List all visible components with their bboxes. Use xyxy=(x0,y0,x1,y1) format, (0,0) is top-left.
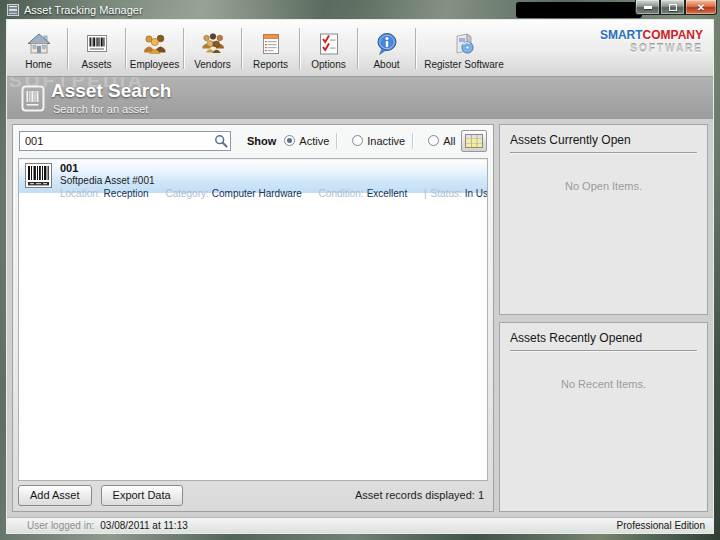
software-box-icon xyxy=(451,31,477,57)
condition-label: Condition: xyxy=(319,188,364,199)
asset-search-barcode-icon xyxy=(21,85,45,112)
table-view-button[interactable] xyxy=(461,130,487,152)
toolbar-separator xyxy=(299,28,300,69)
smartcompany-logo: SMARTCOMPANY SOFTWARE xyxy=(600,29,703,55)
toolbar-separator xyxy=(241,28,242,69)
search-results-list: 001 Softpedia Asset #001 Location:Recept… xyxy=(18,158,488,481)
records-count: Asset records displayed: 1 xyxy=(355,489,488,501)
category-label: Category: xyxy=(165,188,208,199)
minimize-icon xyxy=(644,6,652,9)
panel-title: Assets Recently Opened xyxy=(510,331,697,351)
toolbar-separator xyxy=(183,28,184,69)
toolbar-separator xyxy=(415,28,416,69)
actions-row: Add Asset Export Data Asset records disp… xyxy=(18,483,488,507)
empty-message: No Open Items. xyxy=(510,180,697,192)
search-icon[interactable] xyxy=(214,134,228,148)
assets-recently-opened-panel: Assets Recently Opened No Recent Items. xyxy=(499,322,708,513)
export-data-button[interactable]: Export Data xyxy=(101,485,183,506)
people-icon xyxy=(142,31,168,57)
logo-smart-text: SMART xyxy=(600,28,643,42)
logo-company-text: COMPANY xyxy=(643,28,703,42)
app-icon xyxy=(7,4,19,16)
search-row: Show Active Inactive All xyxy=(13,125,493,156)
edition-label: Professional Edition xyxy=(617,520,705,531)
add-asset-button[interactable]: Add Asset xyxy=(18,485,92,506)
toolbar-item-about[interactable]: About xyxy=(359,23,414,74)
status-label: Status: xyxy=(431,188,462,199)
toolbar-label: Vendors xyxy=(194,59,231,70)
search-panel: Show Active Inactive All xyxy=(12,124,494,512)
radio-all[interactable]: All xyxy=(428,135,455,147)
checklist-icon xyxy=(316,31,342,57)
toolbar-item-home[interactable]: Home xyxy=(11,23,66,74)
home-icon xyxy=(26,31,52,57)
status-bar: User logged in: 03/08/2011 at 11:13 Prof… xyxy=(7,517,713,533)
asset-name: Softpedia Asset #001 xyxy=(60,175,488,186)
toolbar-label: Options xyxy=(311,59,345,70)
search-input[interactable] xyxy=(19,131,231,151)
asset-details: Location:Reception Category:Computer Har… xyxy=(60,188,488,199)
result-row-selected[interactable]: 001 Softpedia Asset #001 Location:Recept… xyxy=(19,159,487,193)
radio-separator xyxy=(412,133,413,149)
toolbar-separator xyxy=(357,28,358,69)
page-header: SOFTPEDIA Asset Search Search for an ass… xyxy=(7,77,713,119)
location-label: Location: xyxy=(60,188,101,199)
people-group-icon xyxy=(200,31,226,57)
logged-in-label: User logged in: xyxy=(27,520,94,531)
toolbar-label: Home xyxy=(25,59,52,70)
toolbar-item-register-software[interactable]: Register Software xyxy=(417,23,511,74)
report-document-icon xyxy=(258,31,284,57)
window-frame: Home Assets xyxy=(7,20,713,533)
redacted-block xyxy=(516,2,642,18)
radio-button-all[interactable] xyxy=(428,135,439,146)
toolbar-item-options[interactable]: Options xyxy=(301,23,356,74)
radio-active[interactable]: Active xyxy=(284,135,329,147)
minimize-button[interactable] xyxy=(635,0,660,15)
asset-id: 001 xyxy=(60,163,488,174)
condition-value: Excellent xyxy=(367,188,408,199)
toolbar-item-employees[interactable]: Employees xyxy=(127,23,182,74)
empty-message: No Recent Items. xyxy=(510,378,697,390)
assets-currently-open-panel: Assets Currently Open No Open Items. xyxy=(499,124,708,315)
radio-label: Inactive xyxy=(367,135,405,147)
logo-software-text: SOFTWARE xyxy=(600,42,703,55)
radio-inactive[interactable]: Inactive xyxy=(352,135,405,147)
toolbar-label: Reports xyxy=(253,59,288,70)
toolbar-label: Employees xyxy=(130,59,179,70)
barcode-icon xyxy=(84,31,110,57)
side-panels: Assets Currently Open No Open Items. Ass… xyxy=(499,124,708,512)
radio-label: Active xyxy=(299,135,329,147)
asset-barcode-icon xyxy=(25,163,52,188)
toolbar-separator xyxy=(125,28,126,69)
toolbar-label: Register Software xyxy=(424,59,503,70)
window-title: Asset Tracking Manager xyxy=(24,4,143,16)
maximize-button[interactable] xyxy=(660,0,685,15)
radio-button-inactive[interactable] xyxy=(352,135,363,146)
info-bubble-icon xyxy=(374,31,400,57)
page-title: Asset Search xyxy=(51,80,171,102)
category-value: Computer Hardware xyxy=(212,188,302,199)
toolbar-separator xyxy=(67,28,68,69)
radio-separator xyxy=(336,133,337,149)
toolbar-item-assets[interactable]: Assets xyxy=(69,23,124,74)
toolbar-label: Assets xyxy=(81,59,111,70)
toolbar-item-reports[interactable]: Reports xyxy=(243,23,298,74)
titlebar: Asset Tracking Manager ✕ xyxy=(0,0,720,20)
radio-label: All xyxy=(443,135,455,147)
table-grid-icon xyxy=(465,134,483,148)
close-button[interactable]: ✕ xyxy=(685,0,717,15)
toolbar: Home Assets xyxy=(7,20,713,77)
toolbar-item-vendors[interactable]: Vendors xyxy=(185,23,240,74)
detail-divider: | xyxy=(424,188,427,199)
toolbar-label: About xyxy=(373,59,399,70)
show-label: Show xyxy=(247,135,276,147)
location-value: Reception xyxy=(104,188,149,199)
logged-in-time: 03/08/2011 at 11:13 xyxy=(100,520,188,531)
close-icon: ✕ xyxy=(697,2,705,13)
content-area: Show Active Inactive All xyxy=(7,119,713,517)
page-subtitle: Search for an asset xyxy=(53,103,148,115)
application-window: Asset Tracking Manager ✕ Home xyxy=(0,0,720,540)
radio-button-active[interactable] xyxy=(284,135,295,146)
panel-title: Assets Currently Open xyxy=(510,133,697,153)
status-value: In Use xyxy=(465,188,488,199)
